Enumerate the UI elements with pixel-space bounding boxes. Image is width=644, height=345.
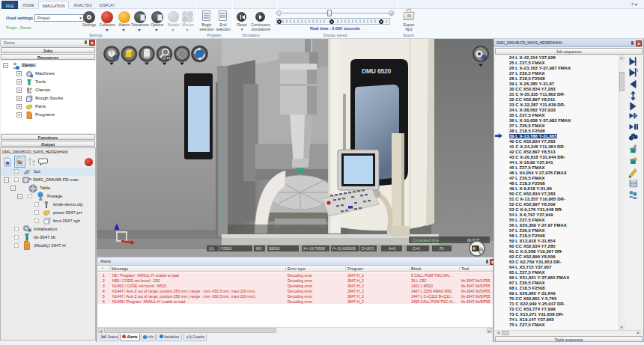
svg-text:DMU 6520: DMU 6520 bbox=[362, 67, 392, 75]
svg-text:Y=-31.665009: Y=-31.665009 bbox=[332, 246, 356, 251]
svg-text:Z=18.5.: Z=18.5. bbox=[362, 246, 374, 251]
svg-text:A=0: A=0 bbox=[389, 246, 395, 251]
svg-text:M3: M3 bbox=[256, 246, 261, 251]
svg-text:G1: G1 bbox=[209, 246, 214, 251]
svg-text:X=-13.79508: X=-13.79508 bbox=[303, 246, 325, 251]
svg-text:Cumulated time: Cumulated time bbox=[413, 238, 439, 242]
svg-text:C=0: C=0 bbox=[413, 246, 420, 251]
svg-text:P1: P1 bbox=[440, 246, 444, 251]
svg-text:S8000: S8000 bbox=[269, 246, 280, 251]
svg-text:F2500: F2500 bbox=[221, 246, 231, 251]
